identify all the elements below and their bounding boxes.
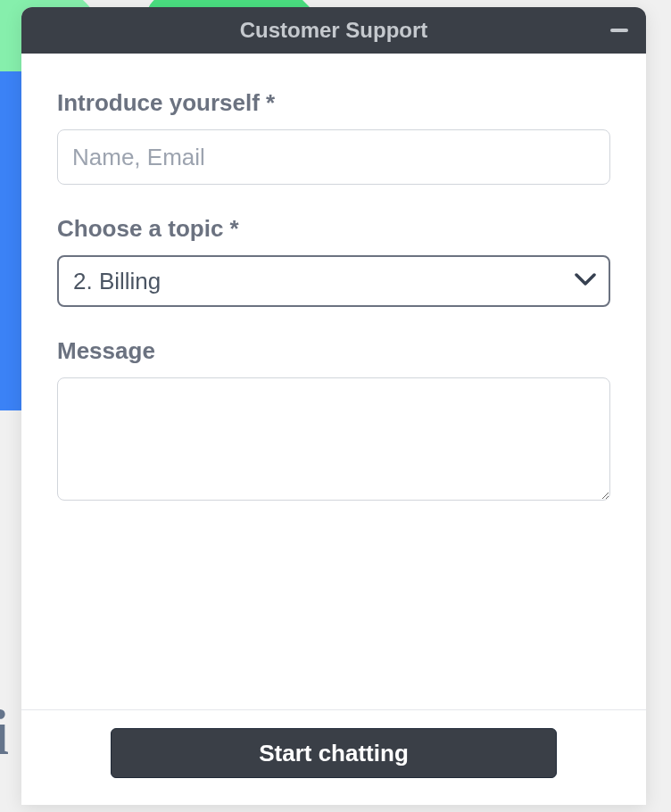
message-textarea[interactable] bbox=[57, 377, 610, 501]
minimize-button[interactable] bbox=[610, 29, 628, 32]
introduce-group: Introduce yourself * bbox=[57, 89, 610, 185]
introduce-input[interactable] bbox=[57, 129, 610, 185]
chat-header: Customer Support bbox=[21, 7, 646, 54]
svg-rect-0 bbox=[610, 29, 628, 32]
topic-select[interactable]: 2. Billing bbox=[57, 255, 610, 307]
message-label: Message bbox=[57, 337, 610, 365]
message-group: Message bbox=[57, 337, 610, 504]
chat-footer: Start chatting bbox=[21, 709, 646, 805]
introduce-label: Introduce yourself * bbox=[57, 89, 610, 117]
chat-panel: Customer Support Introduce yourself * Ch… bbox=[21, 7, 646, 805]
start-chatting-button[interactable]: Start chatting bbox=[111, 728, 557, 778]
topic-label: Choose a topic * bbox=[57, 215, 610, 243]
header-title: Customer Support bbox=[240, 18, 428, 43]
form-body: Introduce yourself * Choose a topic * 2.… bbox=[21, 54, 646, 709]
minimize-icon bbox=[610, 29, 628, 32]
topic-select-wrapper: 2. Billing bbox=[57, 255, 610, 307]
topic-group: Choose a topic * 2. Billing bbox=[57, 215, 610, 307]
